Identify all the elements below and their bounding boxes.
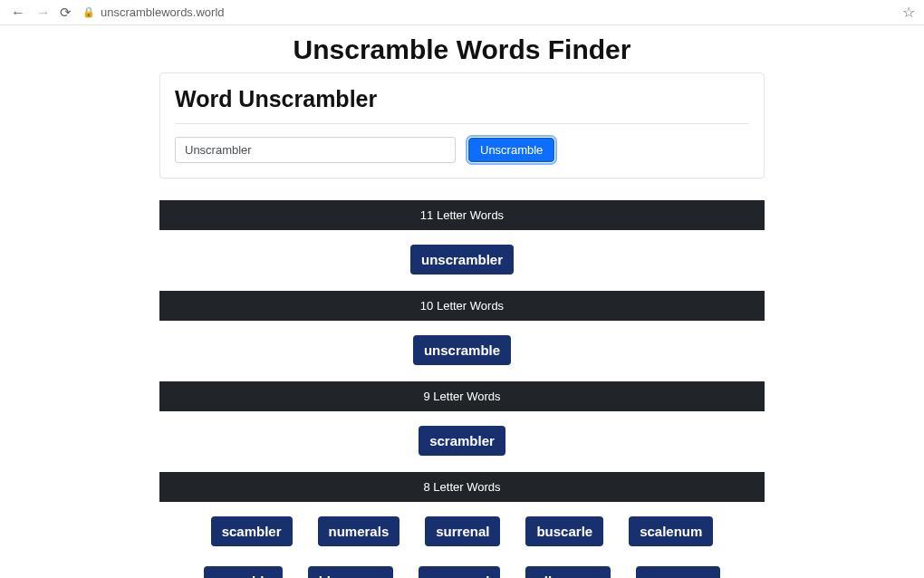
results-container: 11 Letter Wordsunscrambler10 Letter Word… <box>159 200 765 578</box>
browser-toolbar: ← → ⟳ 🔒 unscramblewords.world ☆ <box>0 0 924 25</box>
word-chip[interactable]: surnamer <box>636 566 719 578</box>
address-bar[interactable]: 🔒 unscramblewords.world <box>79 5 895 19</box>
word-chip[interactable]: surrenal <box>425 516 500 546</box>
section-header: 8 Letter Words <box>159 472 765 502</box>
back-button[interactable]: ← <box>9 5 27 21</box>
word-chip[interactable]: albumens <box>525 566 611 578</box>
word-chip[interactable]: mensural <box>419 566 501 578</box>
section-header: 11 Letter Words <box>159 200 765 230</box>
unscramble-button[interactable]: Unscramble <box>468 138 554 162</box>
word-row: scrambler <box>159 426 765 472</box>
word-chip[interactable]: scrambler <box>419 426 505 456</box>
word-chip[interactable]: buscarle <box>525 516 603 546</box>
word-chip[interactable]: nursable <box>204 566 283 578</box>
scramble-input[interactable] <box>175 137 456 163</box>
word-chip[interactable]: unscrambler <box>410 245 514 275</box>
word-chip[interactable]: unscramble <box>413 335 511 365</box>
lock-icon: 🔒 <box>82 6 95 18</box>
section-header: 9 Letter Words <box>159 381 765 411</box>
form-row: Unscramble <box>175 137 749 163</box>
page-title: Unscramble Words Finder <box>0 25 924 72</box>
section-header: 10 Letter Words <box>159 291 765 321</box>
word-chip[interactable]: scalenum <box>629 516 713 546</box>
unscrambler-card: Word Unscrambler Unscramble <box>159 72 765 178</box>
url-text: unscramblewords.world <box>101 5 225 19</box>
word-chip[interactable]: bluesman <box>308 566 393 578</box>
word-chip[interactable]: scambler <box>211 516 293 546</box>
word-row: unscramble <box>159 335 765 381</box>
page-content: Unscramble Words Finder Word Unscrambler… <box>0 25 924 578</box>
card-title: Word Unscrambler <box>175 86 749 124</box>
word-row: unscrambler <box>159 245 765 291</box>
forward-button[interactable]: → <box>34 5 53 21</box>
bookmark-star-icon[interactable]: ☆ <box>902 4 915 21</box>
word-row: scamblernumeralssurrenalbuscarlescalenum… <box>159 516 765 578</box>
word-chip[interactable]: numerals <box>318 516 400 546</box>
refresh-button[interactable]: ⟳ <box>60 5 72 21</box>
